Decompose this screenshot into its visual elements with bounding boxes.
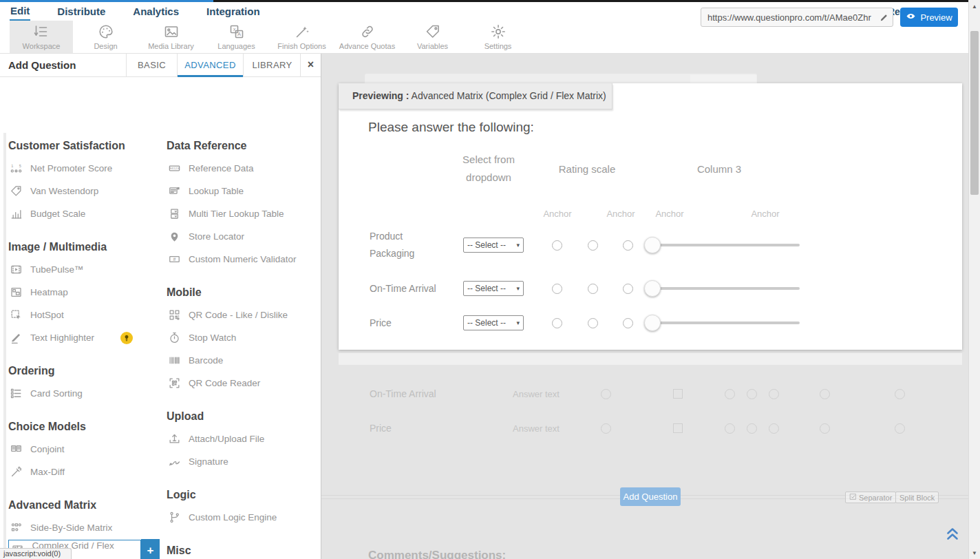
edit-url-pencil-icon[interactable] (875, 8, 893, 26)
split-block-button[interactable]: Split Block (895, 492, 939, 503)
preview-button[interactable]: Preview (900, 8, 958, 27)
question-type-barcode[interactable]: Barcode (167, 349, 321, 372)
matrix-radio[interactable] (552, 240, 562, 251)
question-group: MobileQR Code - Like / DislikeStop Watch… (167, 281, 321, 394)
question-type-signature[interactable]: Signature (167, 450, 321, 473)
question-type-tubepulse[interactable]: TubePulse™ (8, 258, 160, 281)
matrix-radio[interactable] (588, 284, 598, 294)
group-title: Misc (167, 539, 321, 559)
matrix-dropdown[interactable]: -- Select --▾ (463, 281, 524, 296)
scrollbar-thumb[interactable] (970, 31, 979, 195)
nav-tab-distribute[interactable]: Distribute (56, 3, 106, 20)
tag-icon (425, 23, 441, 40)
question-type-label: Text Highlighter (30, 333, 94, 343)
question-type-custom-numeric-validator[interactable]: #Custom Numeric Validator (167, 248, 321, 271)
pencil-icon (879, 12, 889, 23)
svg-text:5: 5 (19, 164, 21, 168)
add-question-button[interactable]: Add Question (620, 487, 681, 506)
question-type-conjoint[interactable]: Conjoint (8, 438, 160, 461)
matrix-radio[interactable] (552, 318, 562, 328)
slider-track[interactable] (646, 321, 800, 324)
question-type-qr-code-reader[interactable]: QR Code Reader (167, 372, 321, 394)
panel-scrollbar[interactable] (3, 133, 6, 559)
toolbar-item-design[interactable]: Design (73, 21, 138, 53)
question-type-card-sorting[interactable]: Card Sorting (8, 382, 160, 405)
group-title: Data Reference (167, 134, 321, 157)
question-group: UploadAttach/Upload FileSignature (167, 405, 321, 473)
question-type-multi-tier-lookup-table[interactable]: Multi Tier Lookup Table (167, 202, 321, 225)
toolbar-item-languages[interactable]: xALanguages (204, 21, 269, 53)
page-scrollbar[interactable]: ▲ ▼ (968, 0, 980, 559)
slider-handle[interactable] (644, 280, 661, 297)
svg-text:#: # (173, 257, 175, 262)
matrix-radio[interactable] (623, 318, 633, 328)
anchor-label: Anchor (526, 209, 588, 219)
question-type-reference-data[interactable]: 94123Reference Data (167, 157, 321, 180)
group-title: Advanced Matrix (8, 494, 160, 516)
background-radio (725, 389, 735, 399)
slider-track[interactable] (646, 244, 800, 246)
survey-url-value: https://www.questionpro.com/t/AMae0Zhr (701, 12, 875, 23)
question-type-label: Store Locator (189, 231, 244, 242)
toolbar-item-settings[interactable]: Settings (465, 21, 531, 53)
group-title: Image / Multimedia (8, 235, 160, 258)
question-preview-card: Previewing : Advanced Matrix (Complex Gr… (339, 83, 962, 350)
close-icon[interactable]: × (300, 54, 321, 77)
bar-chart-icon (10, 207, 23, 220)
scrollbar-down-arrow[interactable]: ▼ (969, 550, 980, 556)
question-type-budget-scale[interactable]: Budget Scale (8, 202, 160, 225)
matrix-radio[interactable] (588, 240, 598, 251)
toolbar-item-finish-options[interactable]: Finish Options (269, 21, 334, 53)
matrix-radio[interactable] (623, 284, 633, 294)
matrix-radio[interactable] (588, 318, 598, 328)
eye-icon (906, 11, 916, 21)
question-type-store-locator[interactable]: Store Locator (167, 225, 321, 248)
matrix-row-label: On-Time Arrival (370, 280, 438, 297)
tab-basic[interactable]: BASIC (126, 54, 177, 77)
slider-track[interactable] (646, 287, 800, 290)
survey-canvas: Previewing : Advanced Matrix (Complex Gr… (321, 54, 968, 559)
background-radio (747, 389, 757, 399)
toolbar-item-variables[interactable]: Variables (400, 21, 465, 53)
question-type-van-westendorp[interactable]: Van Westendorp (8, 180, 160, 202)
survey-url-box[interactable]: https://www.questionpro.com/t/AMae0Zhr (701, 8, 893, 27)
question-type-lookup-table[interactable]: Lookup Table (167, 180, 321, 202)
upload-icon (168, 432, 181, 445)
previewing-header: Previewing : Advanced Matrix (Complex Gr… (339, 83, 612, 109)
slider-handle[interactable] (644, 315, 661, 331)
video-icon (10, 263, 23, 276)
question-type-max-diff[interactable]: Max-Diff (8, 461, 160, 483)
separator-toggle-button[interactable]: Separator (845, 492, 896, 503)
question-type-label: Card Sorting (30, 388, 83, 399)
matrix-dropdown[interactable]: -- Select --▾ (463, 238, 524, 253)
question-type-side-by-side-matrix[interactable]: Side-By-Side Matrix (8, 516, 160, 539)
question-type-qr-code-like-dislike[interactable]: QR Code - Like / Dislike (167, 304, 321, 326)
toolbar-item-advance-quotas[interactable]: Advance Quotas (334, 21, 400, 53)
question-type-text-highlighter[interactable]: Text Highlighter (8, 326, 160, 349)
tab-advanced[interactable]: ADVANCED (177, 54, 243, 77)
tag-icon (10, 184, 23, 198)
question-type-hotspot[interactable]: HotSpot (8, 304, 160, 326)
matrix-dropdown[interactable]: -- Select --▾ (463, 315, 524, 330)
toolbar-item-workspace[interactable]: Workspace (10, 21, 73, 53)
question-type-stop-watch[interactable]: Stop Watch (167, 326, 321, 349)
question-type-label: Stop Watch (189, 333, 236, 343)
nav-tab-analytics[interactable]: Analytics (132, 3, 180, 20)
toolbar-item-media-library[interactable]: Media Library (138, 21, 204, 53)
toolbar-item-label: Design (94, 42, 117, 50)
scroll-to-top-icon[interactable] (944, 525, 961, 545)
background-answer-text: Answer text (513, 423, 560, 434)
tab-library[interactable]: LIBRARY (243, 54, 301, 77)
question-type-heatmap[interactable]: Heatmap (8, 281, 160, 304)
numeric-validator-icon: # (167, 253, 182, 266)
nav-tab-edit[interactable]: Edit (10, 3, 30, 21)
question-type-attach-upload-file[interactable]: Attach/Upload File (167, 428, 321, 450)
matrix-radio[interactable] (552, 284, 562, 294)
question-type-net-promoter-score[interactable]: 15Net Promoter Score (8, 157, 160, 180)
slider-handle[interactable] (644, 237, 661, 253)
scrollbar-up-arrow[interactable]: ▲ (969, 3, 980, 10)
question-type-custom-logic-engine[interactable]: Custom Logic Engine (167, 506, 321, 529)
nav-tab-integration[interactable]: Integration (206, 3, 261, 20)
add-selected-question-button[interactable]: + (141, 539, 160, 559)
matrix-radio[interactable] (623, 240, 633, 251)
